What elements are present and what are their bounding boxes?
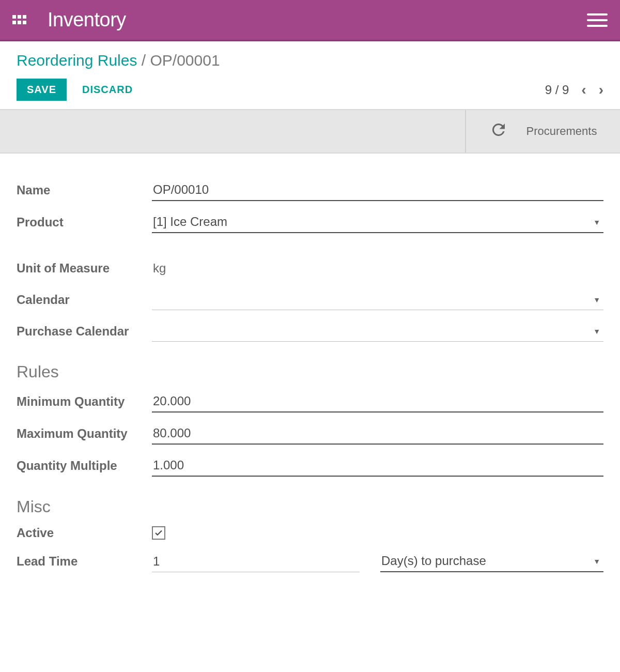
row-name: Name (17, 179, 603, 201)
lead-time-unit-select[interactable] (380, 551, 603, 572)
row-lead-time: Lead Time ▼ (17, 551, 603, 572)
calendar-select[interactable] (152, 289, 603, 310)
section-misc: Misc (17, 497, 603, 516)
quantity-multiple-field[interactable] (152, 455, 603, 477)
subheader: Reordering Rules / OP/00001 SAVE DISCARD… (0, 41, 620, 109)
discard-button[interactable]: DISCARD (82, 84, 133, 96)
label-active: Active (17, 526, 152, 540)
row-active: Active (17, 526, 603, 540)
name-field[interactable] (152, 179, 603, 201)
lead-time-field[interactable] (152, 551, 360, 572)
procurements-button[interactable]: Procurements (465, 110, 620, 152)
row-purchase-calendar: Purchase Calendar ▼ (17, 320, 603, 342)
section-rules: Rules (17, 362, 603, 381)
pager: 9 / 9 ‹ › (545, 82, 603, 98)
app-title: Inventory (48, 9, 126, 31)
breadcrumb-separator: / (142, 52, 146, 69)
row-max-qty: Maximum Quantity (17, 423, 603, 445)
row-calendar: Calendar ▼ (17, 289, 603, 310)
row-uom: Unit of Measure kg (17, 258, 603, 279)
apps-icon[interactable] (12, 15, 27, 25)
label-name: Name (17, 183, 152, 197)
min-quantity-field[interactable] (152, 391, 603, 413)
label-calendar: Calendar (17, 293, 152, 307)
purchase-calendar-select[interactable] (152, 320, 603, 342)
pager-next-icon[interactable]: › (599, 82, 603, 98)
procurements-label: Procurements (526, 125, 597, 138)
breadcrumb-current: OP/00001 (150, 52, 220, 69)
label-purchase-calendar: Purchase Calendar (17, 324, 152, 339)
max-quantity-field[interactable] (152, 423, 603, 445)
checkmark-icon (154, 528, 163, 538)
statbar: Procurements (0, 109, 620, 154)
row-qty-multiple: Quantity Multiple (17, 455, 603, 477)
active-checkbox[interactable] (152, 526, 165, 540)
statbar-spacer (0, 110, 465, 152)
app-header: Inventory (0, 0, 620, 41)
action-row: SAVE DISCARD 9 / 9 ‹ › (17, 79, 603, 101)
label-min-qty: Minimum Quantity (17, 394, 152, 409)
label-product: Product (17, 215, 152, 230)
label-qty-multiple: Quantity Multiple (17, 459, 152, 473)
row-min-qty: Minimum Quantity (17, 391, 603, 413)
refresh-icon (489, 120, 508, 142)
product-select[interactable] (152, 211, 603, 233)
row-product: Product ▼ (17, 211, 603, 233)
breadcrumb-parent-link[interactable]: Reordering Rules (17, 52, 137, 69)
form-sheet: Name Product ▼ Unit of Measure kg Calend… (0, 154, 620, 598)
breadcrumb: Reordering Rules / OP/00001 (17, 52, 603, 69)
hamburger-menu-icon[interactable] (587, 13, 608, 27)
pager-count: 9 / 9 (545, 83, 569, 97)
label-uom: Unit of Measure (17, 261, 152, 276)
uom-value: kg (152, 258, 603, 279)
pager-prev-icon[interactable]: ‹ (581, 82, 586, 98)
save-button[interactable]: SAVE (17, 79, 67, 101)
label-max-qty: Maximum Quantity (17, 426, 152, 441)
label-lead-time: Lead Time (17, 554, 152, 569)
